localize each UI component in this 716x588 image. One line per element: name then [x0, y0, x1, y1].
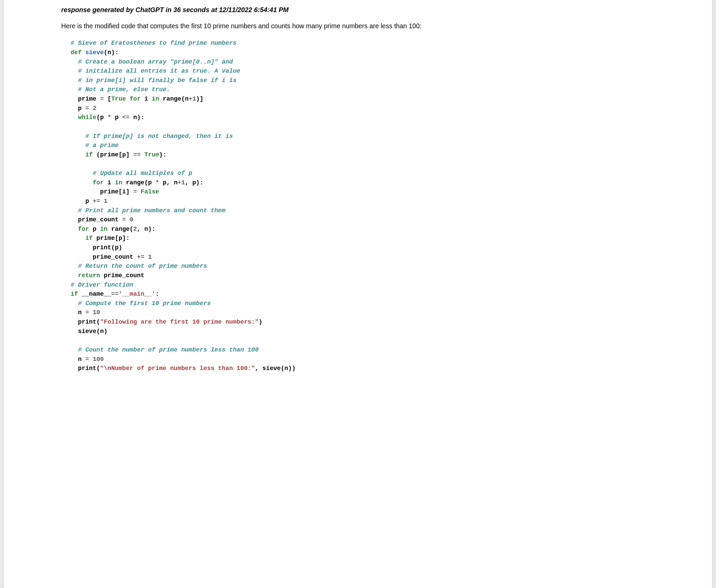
code-keyword: for: [130, 96, 141, 102]
code-operator: =: [85, 309, 89, 316]
code-text: [89, 356, 93, 363]
code-comment: # Not a prime, else true.: [78, 86, 170, 93]
code-text: (p: [96, 114, 108, 121]
code-keyword: def: [71, 49, 82, 56]
content-area: response generated by ChatGPT in 36 seco…: [4, 6, 712, 373]
code-text: prime[i]: [100, 188, 133, 195]
code-operator: ==: [133, 151, 141, 158]
code-comment: # Compute the first 10 prime numbers: [78, 300, 211, 307]
code-number: 1: [192, 96, 196, 102]
code-text: p: [111, 114, 122, 121]
code-boolean: True: [144, 151, 159, 158]
code-operator: =: [85, 105, 89, 112]
code-text: print(p): [93, 244, 122, 251]
code-text: [100, 198, 104, 205]
document-page: response generated by ChatGPT in 36 seco…: [4, 0, 712, 588]
code-comment: # If prime[p] is not changed, then it is: [85, 133, 233, 140]
code-text: p: [85, 198, 93, 205]
response-meta-line: response generated by ChatGPT in 36 seco…: [61, 6, 658, 14]
code-text: i: [141, 96, 152, 102]
code-operator: *: [155, 179, 159, 186]
code-number: 2: [133, 226, 137, 232]
code-number: 0: [130, 216, 133, 223]
code-keyword: if: [85, 151, 93, 158]
code-text: :: [155, 291, 159, 297]
code-comment: # Update all multiples of p: [93, 170, 192, 176]
code-text: p, n: [159, 179, 177, 186]
code-keyword: in: [152, 96, 159, 102]
code-text: [126, 96, 130, 102]
code-keyword: in: [115, 179, 122, 186]
code-text: n: [78, 309, 85, 316]
code-text: , n):: [137, 226, 156, 232]
code-boolean: True: [111, 96, 126, 102]
code-operator: =: [122, 216, 126, 223]
code-text: print(: [78, 318, 100, 325]
code-comment: # Create a boolean array "prime[0..n]" a…: [78, 59, 233, 65]
code-function-name: sieve: [85, 49, 104, 56]
code-comment: # Count the number of prime numbers less…: [78, 346, 259, 353]
code-text: p: [78, 105, 85, 112]
code-keyword: while: [78, 114, 96, 121]
code-text: prime: [78, 96, 100, 102]
code-text: prime[p]:: [93, 235, 130, 241]
code-text: n: [78, 356, 85, 363]
code-text: __name__: [78, 291, 111, 297]
code-text: [89, 309, 93, 316]
code-operator: ==: [111, 291, 119, 297]
code-operator: +=: [137, 254, 144, 260]
code-keyword: return: [78, 272, 100, 279]
code-text: prime_count: [100, 272, 145, 279]
code-number: 100: [93, 356, 104, 363]
code-text: ): [259, 318, 263, 325]
code-keyword: in: [100, 226, 108, 232]
code-operator: +: [189, 96, 192, 102]
code-block: # Sieve of Eratosthenes to find prime nu…: [61, 39, 658, 373]
code-text: [126, 216, 130, 223]
code-number: 1: [181, 179, 185, 186]
code-text: (prime[p]: [93, 151, 133, 158]
code-operator: +: [177, 179, 181, 186]
code-number: 10: [93, 309, 100, 316]
code-text: i: [104, 179, 115, 186]
code-keyword: if: [85, 235, 93, 241]
code-text: (n):: [104, 49, 119, 56]
code-comment: # Sieve of Eratosthenes to find prime nu…: [71, 40, 237, 46]
code-string: '__main__': [119, 291, 156, 297]
code-text: prime_count: [93, 254, 137, 260]
code-text: sieve(n): [78, 328, 108, 335]
code-keyword: if: [71, 291, 78, 297]
code-text: , sieve(n)): [255, 365, 296, 372]
code-operator: =: [85, 356, 89, 363]
code-text: n):: [130, 114, 145, 121]
code-comment: # Print all prime numbers and count them: [78, 207, 225, 214]
code-text: range(n: [159, 96, 189, 102]
code-text: [140, 151, 144, 158]
code-text: ):: [159, 151, 167, 158]
code-operator: +=: [93, 198, 100, 205]
code-boolean: False: [140, 188, 159, 195]
code-number: 2: [93, 105, 96, 112]
code-comment: # Return the count of prime numbers: [78, 263, 207, 270]
code-operator: =: [100, 96, 104, 102]
code-text: range(: [108, 226, 133, 232]
code-text: print(: [78, 365, 100, 372]
intro-paragraph: Here is the modified code that computes …: [61, 21, 658, 30]
code-number: 1: [104, 198, 108, 205]
code-text: , p):: [185, 179, 203, 186]
code-operator: <=: [122, 114, 130, 121]
code-string: "\nNumber of prime numbers less than 100…: [100, 365, 255, 372]
code-text: prime_count: [78, 216, 122, 223]
code-text: range(p: [122, 179, 156, 186]
code-text: [: [104, 96, 111, 102]
code-comment: # initialize all entries it as true. A v…: [78, 68, 240, 74]
code-operator: *: [108, 114, 111, 121]
code-number: 1: [148, 254, 152, 260]
code-text: p: [89, 226, 100, 232]
code-keyword: for: [78, 226, 89, 232]
code-keyword: for: [93, 179, 104, 186]
code-comment: # in prime[i] will finally be false if i…: [78, 77, 237, 84]
code-operator: =: [133, 188, 137, 195]
code-comment: # a prime: [85, 142, 119, 149]
code-comment: # Driver function: [71, 281, 133, 288]
